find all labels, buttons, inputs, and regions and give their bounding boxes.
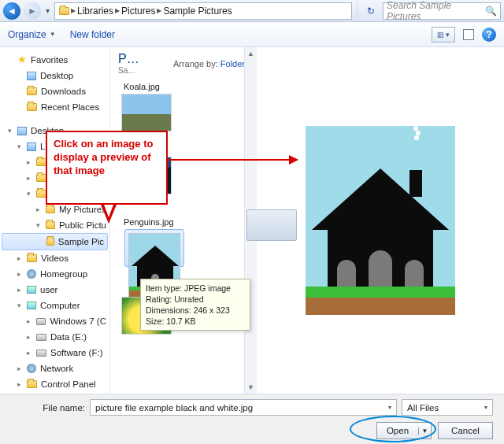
breadcrumb-segment[interactable]: Libraries ▶: [77, 6, 120, 17]
tooltip-line: Item type: JPEG image: [146, 283, 245, 294]
sidebar-item-label: user: [40, 283, 57, 296]
refresh-button[interactable]: ↻: [362, 2, 380, 20]
computer-icon: [27, 302, 36, 309]
filename-input[interactable]: picture file example black and white.jpg…: [90, 399, 397, 416]
organize-button[interactable]: Organize ▼: [8, 29, 56, 40]
library-icon: [17, 127, 27, 135]
breadcrumb-segment[interactable]: Pictures ▶: [121, 6, 161, 17]
library-icon: [27, 72, 36, 80]
forward-button[interactable]: ►: [24, 2, 41, 20]
preview-pane-toggle[interactable]: [463, 29, 474, 40]
sidebar-item-label: Videos: [41, 252, 69, 265]
sidebar-item-label: Public Pictu: [59, 219, 106, 231]
history-dropdown-icon[interactable]: ▾: [44, 6, 51, 15]
sidebar-item-label: Downloads: [41, 85, 86, 98]
scrollbar[interactable]: ▲ ▼: [244, 47, 257, 394]
view-mode-button[interactable]: ▥ ▾: [432, 27, 455, 43]
annotation-arrow: [169, 159, 298, 161]
expander-icon[interactable]: ▸: [25, 156, 32, 168]
drive-icon: [36, 318, 46, 325]
expander-icon[interactable]: ▸: [25, 172, 32, 184]
address-bar[interactable]: ▶ Libraries ▶ Pictures ▶ Sample Pictures: [54, 2, 352, 20]
sidebar: ★FavoritesDesktopDownloadsRecent Places▾…: [0, 47, 110, 394]
open-button[interactable]: Open ▼: [376, 422, 432, 439]
sidebar-item[interactable]: ▾Public Pictu: [0, 217, 109, 233]
sidebar-item[interactable]: ▸Homegroup: [0, 266, 109, 282]
file-type-filter[interactable]: All Files▾: [402, 399, 493, 416]
chevron-right-icon: ▶: [71, 7, 76, 14]
expander-icon[interactable]: ▾: [35, 219, 42, 231]
back-button[interactable]: ◄: [3, 2, 20, 20]
expander-icon[interactable]: ▸: [25, 346, 32, 359]
toolbar: Organize ▼ New folder ▥ ▾ ?: [0, 22, 504, 47]
main-area: ★FavoritesDesktopDownloadsRecent Places▾…: [0, 47, 504, 394]
annotation-pointer: [101, 205, 117, 224]
expander-icon[interactable]: ▾: [6, 124, 13, 137]
sidebar-item[interactable]: Desktop: [0, 68, 109, 83]
chevron-down-icon[interactable]: ▾: [484, 404, 487, 411]
library-icon: [27, 142, 36, 151]
folder-icon: [46, 205, 55, 213]
sidebar-item[interactable]: ▸Software (F:): [0, 345, 109, 361]
expander-icon[interactable]: ▸: [16, 252, 23, 265]
library-subtitle: Sa…: [118, 66, 139, 75]
help-button[interactable]: ?: [482, 28, 496, 42]
tooltip-line: Dimensions: 246 x 323: [146, 305, 245, 316]
annotation-text: Click on an image to display a preview o…: [54, 137, 160, 177]
chevron-down-icon[interactable]: ▾: [388, 404, 391, 411]
tooltip-line: Size: 10.7 KB: [146, 316, 245, 327]
sidebar-item-label: Windows 7 (C: [50, 315, 106, 327]
computer-icon: [27, 286, 36, 294]
sidebar-item[interactable]: ▸Videos: [0, 250, 109, 266]
expander-icon[interactable]: ▸: [16, 268, 23, 280]
sidebar-item[interactable]: ▸Network: [0, 361, 109, 376]
tooltip: Item type: JPEG image Rating: Unrated Di…: [140, 279, 250, 331]
sidebar-item[interactable]: ▾Computer: [0, 298, 109, 313]
open-dropdown[interactable]: ▼: [418, 427, 431, 435]
cancel-button[interactable]: Cancel: [438, 422, 493, 439]
list-header: P… Sa… Arrange by: Folder ▼: [115, 50, 257, 76]
expander-icon[interactable]: ▾: [16, 299, 23, 312]
expander-icon[interactable]: ▸: [35, 203, 42, 216]
expander-icon[interactable]: ▸: [16, 283, 23, 296]
expander-icon[interactable]: ▸: [16, 378, 23, 390]
library-title: P…: [118, 52, 139, 66]
search-input[interactable]: Search Sample Pictures 🔍: [383, 2, 501, 20]
sidebar-item[interactable]: ▸Windows 7 (C: [0, 313, 109, 329]
scroll-up-icon[interactable]: ▲: [245, 47, 257, 60]
sidebar-item-label: Network: [40, 362, 73, 375]
chevron-right-icon: ▶: [157, 7, 161, 14]
network-icon: [27, 364, 36, 373]
sidebar-item[interactable]: Sample Pic: [2, 233, 108, 250]
sidebar-item[interactable]: ★Favorites: [0, 52, 109, 68]
scrollbar-thumb[interactable]: [246, 209, 297, 241]
sidebar-item[interactable]: ▸Control Panel: [0, 376, 109, 392]
sidebar-item[interactable]: ▸user: [0, 282, 109, 298]
new-folder-button[interactable]: New folder: [70, 29, 115, 40]
expander-icon[interactable]: ▾: [25, 187, 32, 200]
sidebar-item[interactable]: ▸Data (E:): [0, 329, 109, 345]
filename-label: File name:: [11, 403, 85, 413]
sidebar-item[interactable]: Downloads: [0, 83, 109, 99]
sidebar-item[interactable]: Recent Places: [0, 99, 109, 115]
scroll-down-icon[interactable]: ▼: [245, 381, 257, 394]
sidebar-item-label: Homegroup: [40, 268, 87, 280]
expander-icon[interactable]: ▾: [16, 140, 23, 153]
chevron-down-icon: ▼: [50, 31, 56, 38]
file-label: Penguins.jpg: [121, 216, 257, 228]
tooltip-line: Rating: Unrated: [146, 294, 245, 305]
network-icon: [27, 269, 36, 279]
search-icon: 🔍: [485, 6, 497, 17]
folder-icon: [46, 221, 55, 229]
sidebar-item-label: Data (E:): [50, 331, 87, 343]
folder-icon: [27, 87, 37, 95]
thumbnail: [121, 94, 172, 131]
expander-icon[interactable]: ▸: [25, 331, 32, 343]
expander-icon[interactable]: ▸: [25, 315, 32, 327]
file-item[interactable]: Koala.jpg: [121, 81, 257, 131]
folder-icon: [27, 380, 37, 388]
breadcrumb-segment[interactable]: Sample Pictures: [163, 6, 232, 17]
bottom-bar: File name: picture file example black an…: [0, 394, 504, 444]
expander-icon[interactable]: ▸: [16, 362, 23, 375]
sidebar-item-label: Favorites: [31, 54, 68, 66]
